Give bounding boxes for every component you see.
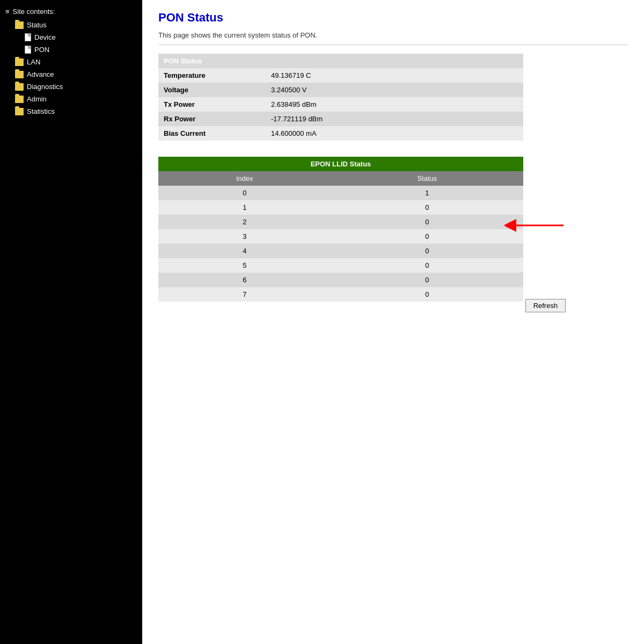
epon-index-cell: 7 [158, 287, 331, 302]
table-row: Bias Current14.600000 mA [158, 126, 523, 141]
doc-icon [25, 33, 31, 41]
pon-row-label: Tx Power [158, 97, 266, 112]
epon-status-header: EPON LLID Status [158, 157, 523, 171]
epon-status-cell: 0 [331, 229, 523, 244]
epon-index-cell: 3 [158, 229, 331, 244]
table-row: 40 [158, 244, 523, 258]
col-index-header: index [158, 171, 331, 186]
table-row: Rx Power-17.721119 dBm [158, 112, 523, 126]
sidebar-item-pon[interactable]: PON [0, 43, 142, 56]
sidebar-item-device[interactable]: Device [0, 31, 142, 43]
page-title: PON Status [158, 11, 628, 25]
sidebar-title: ≡ Site contents: [0, 4, 142, 19]
table-row: 30 [158, 229, 523, 244]
sidebar-item-statistics[interactable]: Statistics [0, 105, 142, 118]
epon-status-cell: 1 [331, 186, 523, 200]
folder-icon [15, 21, 24, 29]
doc-icon [25, 46, 31, 54]
epon-status-cell: 0 [331, 273, 523, 287]
sidebar-item-status[interactable]: Status [0, 19, 142, 31]
sidebar-item-lan[interactable]: LAN [0, 56, 142, 68]
table-row: 50 [158, 258, 523, 273]
table-row: 10 [158, 200, 523, 215]
epon-status-cell: 0 [331, 200, 523, 215]
pon-status-table: PON Status Temperature49.136719 CVoltage… [158, 54, 523, 141]
epon-index-cell: 4 [158, 244, 331, 258]
folder-icon [15, 108, 24, 115]
sidebar-item-admin[interactable]: Admin [0, 93, 142, 105]
table-row: Tx Power2.638495 dBm [158, 97, 523, 112]
epon-status-cell: 0 [331, 258, 523, 273]
pon-row-label: Temperature [158, 68, 266, 83]
table-row: 60 [158, 273, 523, 287]
sidebar-item-advance[interactable]: Advance [0, 68, 142, 80]
table-row: 20 [158, 215, 523, 229]
refresh-button[interactable]: Refresh [525, 299, 566, 312]
epon-status-cell: 0 [331, 244, 523, 258]
pon-row-value: -17.721119 dBm [266, 112, 523, 126]
epon-index-cell: 2 [158, 215, 331, 229]
table-row: 01 [158, 186, 523, 200]
table-row: Temperature49.136719 C [158, 68, 523, 83]
pon-row-value: 2.638495 dBm [266, 97, 523, 112]
col-status-header: Status [331, 171, 523, 186]
epon-index-cell: 0 [158, 186, 331, 200]
sidebar: ≡ Site contents: Status Device PON LAN A… [0, 0, 142, 644]
pon-status-header: PON Status [158, 54, 523, 68]
page-description: This page shows the current system statu… [158, 31, 628, 45]
folder-icon [15, 71, 24, 78]
epon-llid-table: EPON LLID Status index Status 0110203040… [158, 157, 523, 302]
epon-index-cell: 5 [158, 258, 331, 273]
epon-section: EPON LLID Status index Status 0110203040… [158, 157, 523, 308]
epon-index-cell: 6 [158, 273, 331, 287]
tree-icon: ≡ [5, 8, 10, 16]
folder-icon [15, 83, 24, 91]
epon-index-cell: 1 [158, 200, 331, 215]
folder-icon [15, 58, 24, 66]
pon-row-label: Rx Power [158, 112, 266, 126]
pon-row-value: 3.240500 V [266, 83, 523, 97]
pon-row-label: Voltage [158, 83, 266, 97]
sidebar-item-diagnostics[interactable]: Diagnostics [0, 80, 142, 93]
epon-status-cell: 0 [331, 215, 523, 229]
main-content: PON Status This page shows the current s… [142, 0, 644, 644]
pon-row-label: Bias Current [158, 126, 266, 141]
epon-status-cell: 0 [331, 287, 523, 302]
folder-icon [15, 96, 24, 103]
pon-row-value: 14.600000 mA [266, 126, 523, 141]
table-row: Voltage3.240500 V [158, 83, 523, 97]
pon-row-value: 49.136719 C [266, 68, 523, 83]
table-row: 70 [158, 287, 523, 302]
